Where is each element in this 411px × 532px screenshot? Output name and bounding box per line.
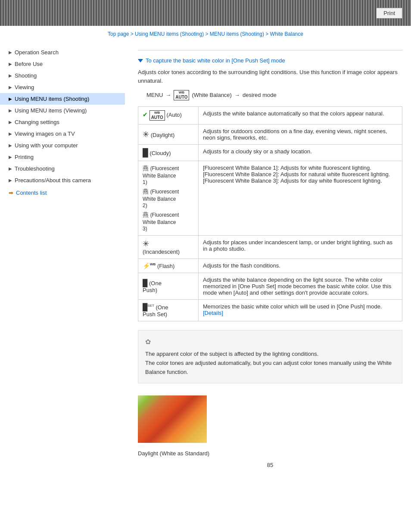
sidebar-label-printing: Printing: [15, 154, 34, 160]
table-row: ✳ (Daylight) Adjusts for outdoors condit…: [138, 124, 402, 144]
photo-caption: Daylight (White as Standard): [138, 450, 402, 457]
table-icon-cell-fluorescent: 燕 (FluorescentWhite Balance1) 燕 (Fluores…: [138, 161, 199, 235]
sidebar-label-viewing: Viewing: [15, 84, 34, 90]
table-desc-auto: Adjusts the white balance automatically …: [199, 106, 402, 124]
sidebar: ▶ Operation Search ▶ Before Use ▶ Shooti…: [0, 42, 125, 477]
contents-list-label: Contents list: [16, 190, 47, 196]
print-button[interactable]: Print: [376, 8, 402, 19]
sidebar-item-before-use[interactable]: ▶ Before Use: [0, 58, 125, 70]
white-balance-table: ✔ WB AUTO (Auto) Adjusts the white balan…: [138, 106, 402, 321]
arrow-icon: ▶: [9, 120, 12, 124]
sidebar-item-printing[interactable]: ▶ Printing: [0, 151, 125, 163]
tip-icon: ✿: [145, 336, 395, 348]
sidebar-label-changing-settings: Changing settings: [15, 119, 59, 125]
table-icon-cell: ✔ WB AUTO (Auto): [138, 106, 199, 124]
table-row: 燕 (FluorescentWhite Balance1) 燕 (Fluores…: [138, 161, 402, 235]
menu-formula: MENU → WB AUTO (White Balance) → desired…: [138, 90, 402, 100]
table-desc-one-push-set: Memorizes the basic white color which wi…: [199, 299, 402, 321]
tip-box: ✿ The apparent color of the subject is a…: [138, 330, 402, 383]
arrow-icon: ▶: [9, 131, 12, 136]
sidebar-item-viewing[interactable]: ▶ Viewing: [0, 81, 125, 93]
table-desc-flash: Adjusts for the flash conditions.: [199, 258, 402, 273]
arrow-icon: ▶: [9, 178, 12, 183]
flash-icon: ⚡WB: [143, 262, 156, 269]
breadcrumb-sep3: >: [265, 31, 270, 37]
breadcrumb-white-balance: White Balance: [270, 31, 303, 37]
triangle-down-icon: [138, 59, 143, 62]
breadcrumb: Top page > Using MENU items (Shooting) >…: [0, 26, 411, 42]
sidebar-label-operation-search: Operation Search: [15, 49, 59, 56]
divider: [138, 50, 402, 50]
desired-mode: desired mode: [243, 92, 277, 98]
sidebar-label-shooting: Shooting: [15, 72, 37, 79]
sidebar-item-shooting[interactable]: ▶ Shooting: [0, 70, 125, 81]
icon-label-daylight: (Daylight): [151, 132, 175, 138]
sidebar-item-changing-settings[interactable]: ▶ Changing settings: [0, 116, 125, 128]
breadcrumb-using-menu-shooting[interactable]: Using MENU items (Shooting): [135, 31, 204, 37]
arrow-icon: ▶: [9, 50, 12, 55]
fluorescent1-icon: 燕: [143, 165, 149, 171]
arrow-icon: ▶: [9, 166, 12, 171]
table-desc-incandescent: Adjusts for places under incandescent la…: [199, 235, 402, 258]
icon-label-cloudy: (Cloudy): [149, 150, 171, 156]
table-row: █SET (OnePush Set) Memorizes the basic w…: [138, 299, 402, 321]
content-area: To capture the basic white color in [One…: [125, 42, 411, 477]
sidebar-label-before-use: Before Use: [15, 61, 43, 67]
icon-label-auto: (Auto): [166, 112, 181, 118]
arrow-icon: ▶: [9, 85, 12, 90]
sidebar-item-using-menu-viewing[interactable]: ▶ Using MENU items (Viewing): [0, 105, 125, 116]
incandescent-icon: ✳: [143, 240, 149, 248]
menu-label: MENU: [146, 92, 163, 98]
sidebar-label-using-computer: Using with your computer: [15, 142, 78, 149]
sidebar-item-using-menu-shooting[interactable]: ▶ Using MENU items (Shooting): [0, 93, 125, 105]
breadcrumb-top[interactable]: Top page: [108, 31, 129, 37]
arrow-icon: ▶: [9, 155, 12, 159]
cloudy-icon: █: [143, 148, 148, 157]
table-icon-cell-daylight: ✳ (Daylight): [138, 124, 199, 144]
fluorescent2-icon: 燕: [143, 188, 149, 195]
details-link[interactable]: [Details]: [203, 310, 223, 316]
heading-text: To capture the basic white color in [One…: [146, 57, 285, 64]
table-desc-cloudy: Adjusts for a cloudy sky or a shady loca…: [199, 144, 402, 161]
sidebar-label-using-menu-shooting: Using MENU items (Shooting): [15, 96, 89, 102]
table-icon-cell-one-push: █ (OnePush): [138, 273, 199, 299]
table-desc-fluorescent: [Fluorescent White Balance 1]: Adjusts f…: [199, 161, 402, 235]
page-number: 85: [138, 462, 402, 468]
one-push-set-icon: █SET: [143, 303, 154, 311]
table-icon-cell-incandescent: ✳ (Incandescent): [138, 235, 199, 258]
arrow-icon: ▶: [9, 73, 12, 78]
one-push-icon: █: [143, 279, 147, 286]
sidebar-label-using-menu-viewing: Using MENU items (Viewing): [15, 107, 87, 114]
sidebar-item-viewing-tv[interactable]: ▶ Viewing images on a TV: [0, 128, 125, 140]
sidebar-label-troubleshooting: Troubleshooting: [15, 165, 55, 172]
sidebar-item-precautions[interactable]: ▶ Precautions/About this camera: [0, 174, 125, 186]
arrow-right-icon: ➡: [9, 190, 13, 196]
sidebar-label-precautions: Precautions/About this camera: [15, 177, 91, 184]
table-desc-daylight: Adjusts for outdoors conditions on a fin…: [199, 124, 402, 144]
table-row: ✔ WB AUTO (Auto) Adjusts the white balan…: [138, 106, 402, 124]
fluorescent3-icon: 燕: [143, 211, 149, 218]
table-row: ✳ (Incandescent) Adjusts for places unde…: [138, 235, 402, 258]
sidebar-label-viewing-tv: Viewing images on a TV: [15, 131, 75, 137]
icon-label-incandescent: (Incandescent): [143, 249, 180, 255]
sidebar-item-operation-search[interactable]: ▶ Operation Search: [0, 47, 125, 58]
table-row: █ (OnePush) Adjusts the white balance de…: [138, 273, 402, 299]
tip-line2: The color tones are adjusted automatical…: [145, 359, 395, 377]
daylight-icon: ✳: [143, 130, 149, 139]
wb-auto-icon: WB AUTO: [174, 90, 189, 100]
arrow-icon: ▶: [9, 96, 12, 101]
section-heading: To capture the basic white color in [One…: [138, 57, 402, 64]
breadcrumb-menu-items-shooting[interactable]: MENU items (Shooting): [210, 31, 264, 37]
main-layout: ▶ Operation Search ▶ Before Use ▶ Shooti…: [0, 42, 411, 477]
tip-line1: The apparent color of the subject is aff…: [145, 350, 395, 359]
sidebar-item-using-computer[interactable]: ▶ Using with your computer: [0, 140, 125, 151]
arrow-icon: ▶: [9, 143, 12, 148]
table-row: ⚡WB (Flash) Adjusts for the flash condit…: [138, 258, 402, 273]
arrow-icon: ▶: [9, 62, 12, 66]
sidebar-item-troubleshooting[interactable]: ▶ Troubleshooting: [0, 163, 125, 174]
arrow-formula-1: →: [165, 92, 171, 98]
fluorescent-icons: 燕 (FluorescentWhite Balance1) 燕 (Fluores…: [143, 165, 194, 232]
breadcrumb-sep2: >: [206, 31, 210, 37]
description-text: Adjusts color tones according to the sur…: [138, 68, 402, 85]
contents-list-link[interactable]: ➡ Contents list: [0, 186, 125, 199]
